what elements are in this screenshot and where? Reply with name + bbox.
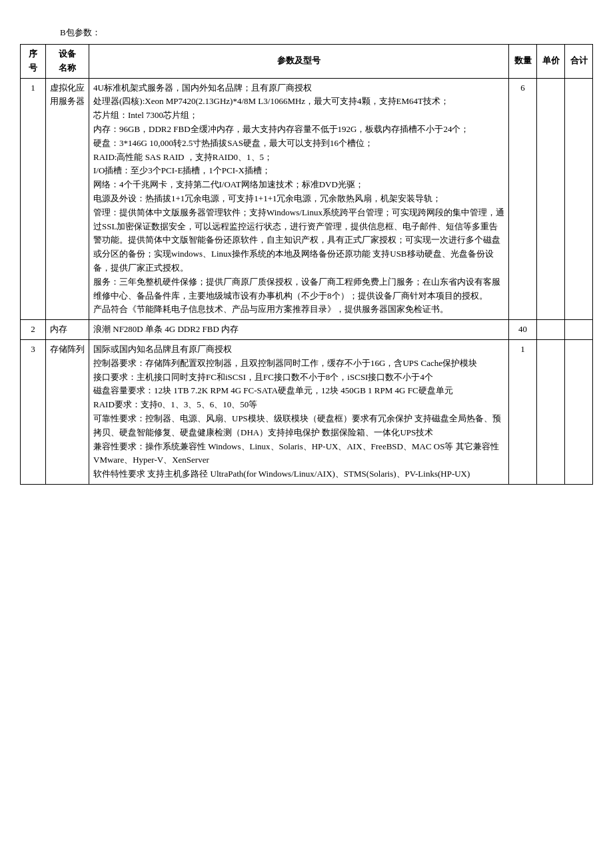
col-header-qty: 数量 [509,45,537,79]
col-header-total: 合计 [565,45,593,79]
cell-qty: 6 [509,78,537,320]
cell-unit [537,78,565,320]
section-header: B包参数： [20,27,593,39]
col-header-device: 设备名称 [46,45,89,79]
specs-table: 序号 设备名称 参数及型号 数量 单价 合计 1虚拟化应用服务器4U标准机架式服… [20,44,593,485]
col-header-unit: 单价 [537,45,565,79]
cell-params: 4U标准机架式服务器，国内外知名品牌；且有原厂商授权处理器(四核):Xeon M… [89,78,509,320]
cell-seq: 2 [21,320,46,340]
cell-unit [537,339,565,484]
cell-total [565,339,593,484]
table-header-row: 序号 设备名称 参数及型号 数量 单价 合计 [21,45,593,79]
cell-total [565,78,593,320]
col-header-params: 参数及型号 [89,45,509,79]
cell-unit [537,320,565,340]
cell-device: 存储阵列 [46,339,89,484]
cell-params: 浪潮 NF280D 单条 4G DDR2 FBD 内存 [89,320,509,340]
cell-seq: 1 [21,78,46,320]
cell-params: 国际或国内知名品牌且有原厂商授权控制器要求：存储阵列配置双控制器，且双控制器同时… [89,339,509,484]
cell-qty: 1 [509,339,537,484]
table-row: 1虚拟化应用服务器4U标准机架式服务器，国内外知名品牌；且有原厂商授权处理器(四… [21,78,593,320]
col-header-seq: 序号 [21,45,46,79]
table-row: 3存储阵列国际或国内知名品牌且有原厂商授权控制器要求：存储阵列配置双控制器，且双… [21,339,593,484]
cell-qty: 40 [509,320,537,340]
cell-device: 内存 [46,320,89,340]
cell-total [565,320,593,340]
cell-seq: 3 [21,339,46,484]
table-row: 2内存浪潮 NF280D 单条 4G DDR2 FBD 内存40 [21,320,593,340]
cell-device: 虚拟化应用服务器 [46,78,89,320]
